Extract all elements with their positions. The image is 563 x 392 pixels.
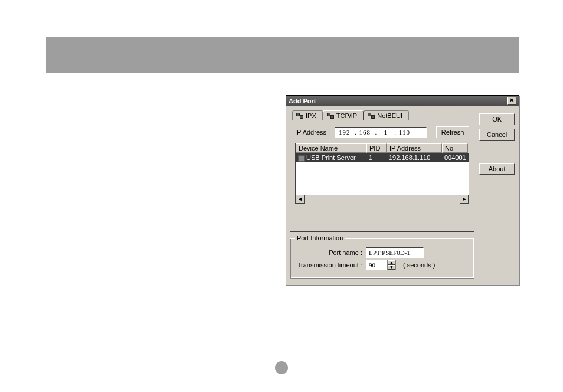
cancel-button[interactable]: Cancel (479, 129, 515, 141)
printserver-icon (298, 155, 305, 162)
dialog-body: IPX TCP/IP NetBEUI IP Address : Refresh (286, 106, 519, 285)
dialog-title: Add Port (289, 97, 316, 104)
spin-up-button[interactable]: ▲ (388, 260, 395, 265)
page-number-dot (275, 361, 288, 374)
chevron-up-icon: ▲ (389, 260, 394, 264)
ok-button[interactable]: OK (479, 113, 515, 125)
tab-netbeui[interactable]: NetBEUI (364, 110, 409, 120)
horizontal-scrollbar[interactable]: ◄ ► (296, 195, 469, 204)
titlebar[interactable]: Add Port ✕ (286, 96, 519, 106)
col-device-name[interactable]: Device Name (296, 143, 366, 153)
network-icon (327, 113, 334, 119)
ip-address-input[interactable] (335, 127, 427, 138)
spin-down-button[interactable]: ▼ (388, 265, 395, 270)
cell-text: USB Print Server (306, 154, 356, 161)
col-ip-address[interactable]: IP Address (387, 143, 442, 153)
tab-label: TCP/IP (336, 112, 357, 119)
device-list[interactable]: Device Name PID IP Address No USB Print … (295, 143, 469, 204)
list-header: Device Name PID IP Address No (296, 143, 469, 153)
about-button[interactable]: About (479, 163, 515, 175)
cell-device-name: USB Print Server (296, 153, 366, 162)
refresh-button[interactable]: Refresh (436, 126, 469, 138)
port-information-group: Port Information Port name : Transmissio… (290, 238, 474, 279)
close-button[interactable]: ✕ (507, 97, 516, 105)
timeout-row: Transmission timeout : ▲ ▼ ( seconds ) (296, 260, 468, 270)
timeout-spinner: ▲ ▼ (387, 260, 396, 270)
tab-label: NetBEUI (377, 112, 402, 119)
network-icon (296, 113, 303, 119)
tab-ipx[interactable]: IPX (292, 110, 323, 120)
port-name-input[interactable] (366, 247, 424, 258)
col-no[interactable]: No (442, 143, 468, 153)
scroll-right-button[interactable]: ► (460, 195, 469, 204)
tab-tcpip[interactable]: TCP/IP (323, 110, 364, 120)
cell-no: 004001 (442, 153, 468, 162)
ip-address-row: IP Address : Refresh (295, 126, 469, 138)
port-name-row: Port name : (296, 247, 468, 258)
timeout-stepper: ▲ ▼ (366, 260, 396, 270)
tab-panel: IP Address : Refresh Device Name PID IP … (290, 120, 474, 232)
ip-address-label: IP Address : (295, 129, 330, 136)
col-pid[interactable]: PID (366, 143, 387, 153)
close-icon: ✕ (509, 97, 514, 103)
seconds-label: ( seconds ) (403, 262, 435, 269)
network-icon (368, 113, 375, 119)
tabstrip: IPX TCP/IP NetBEUI (290, 110, 474, 120)
add-port-dialog: Add Port ✕ IPX TCP/IP NetBEUI (286, 95, 519, 285)
chevron-left-icon: ◄ (297, 196, 303, 202)
side-column: OK Cancel About (479, 110, 515, 279)
list-row[interactable]: USB Print Server 1 192.168.1.110 004001 (296, 153, 469, 162)
port-name-label: Port name : (296, 249, 362, 256)
tab-label: IPX (306, 112, 316, 119)
timeout-label: Transmission timeout : (296, 262, 362, 269)
main-column: IPX TCP/IP NetBEUI IP Address : Refresh (290, 110, 474, 279)
scroll-left-button[interactable]: ◄ (296, 195, 305, 204)
cell-pid: 1 (366, 153, 387, 162)
page-banner (46, 37, 519, 73)
timeout-input[interactable] (366, 260, 387, 270)
chevron-right-icon: ► (461, 196, 467, 202)
chevron-down-icon: ▼ (389, 265, 394, 269)
cell-ip: 192.168.1.110 (387, 153, 442, 162)
port-information-legend: Port Information (295, 234, 345, 241)
